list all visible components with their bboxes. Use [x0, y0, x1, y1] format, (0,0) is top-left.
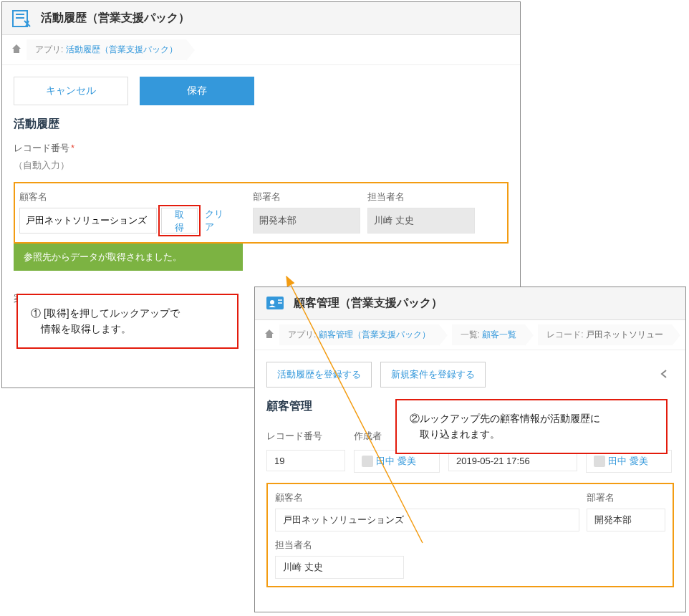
breadcrumb-item[interactable]: アプリ: 活動履歴（営業支援パック）	[26, 39, 186, 60]
avatar	[362, 456, 373, 467]
toolbar: キャンセル 保存	[2, 65, 520, 117]
customer-label: 顧客名	[275, 491, 579, 504]
contact-label: 担当者名	[275, 539, 404, 552]
cancel-button[interactable]: キャンセル	[14, 77, 128, 105]
customer-value: 戸田ネットソリューションズ	[275, 509, 579, 531]
contact-label: 担当者名	[367, 191, 475, 203]
lookup-highlight: 顧客名 取得 クリア 部署名 開発本部 担当者名 川崎 丈史	[14, 182, 509, 244]
required-mark: *	[71, 143, 74, 153]
register-case-button[interactable]: 新規案件を登録する	[380, 362, 486, 388]
dept-value: 開発本部	[587, 509, 665, 531]
record-no-value: 19	[266, 450, 345, 471]
home-icon[interactable]	[264, 328, 275, 342]
app-icon	[11, 7, 34, 30]
save-button[interactable]: 保存	[140, 77, 254, 105]
contact-value: 川崎 丈史	[275, 556, 404, 579]
window-title: 活動履歴（営業支援パック）	[41, 11, 190, 26]
breadcrumb-list[interactable]: 一覧: 顧客一覧	[452, 324, 526, 345]
dept-value: 開発本部	[253, 208, 360, 234]
register-activity-button[interactable]: 活動履歴を登録する	[266, 362, 372, 388]
window-header: 顧客管理（営業支援パック）	[255, 287, 685, 320]
lookup-button[interactable]: 取得	[161, 208, 198, 234]
callout-1: ① [取得]を押してルックアップで 情報を取得します。	[16, 294, 238, 349]
svg-point-4	[270, 300, 274, 304]
customer-label: 顧客名	[19, 191, 234, 203]
section-title: 活動履歴	[14, 117, 509, 132]
dept-label: 部署名	[587, 491, 665, 504]
dept-label: 部署名	[253, 191, 360, 203]
pager-prev-icon[interactable]	[654, 366, 674, 384]
window-title: 顧客管理（営業支援パック）	[294, 296, 443, 311]
success-toast: 参照先からデータが取得されました。	[14, 244, 243, 271]
app-icon	[264, 292, 286, 315]
record-no-label: レコード番号*	[14, 142, 509, 155]
avatar	[594, 456, 605, 467]
contact-value: 川崎 丈史	[367, 208, 475, 234]
sub-toolbar: 活動履歴を登録する 新規案件を登録する	[255, 350, 685, 399]
auto-input-text: （自動入力）	[14, 159, 509, 172]
breadcrumb-record[interactable]: レコード: 戸田ネットソリュー	[538, 324, 672, 345]
customer-input[interactable]	[19, 208, 157, 234]
breadcrumb: アプリ: 顧客管理（営業支援パック） 一覧: 顧客一覧 レコード: 戸田ネットソ…	[255, 320, 685, 350]
callout-2: ②ルックアップ先の顧客情報が活動履歴に 取り込まれます。	[395, 399, 668, 454]
home-icon[interactable]	[11, 43, 22, 57]
record-no-label: レコード番号	[266, 430, 345, 443]
breadcrumb: アプリ: 活動履歴（営業支援パック）	[2, 35, 520, 65]
window-header: 活動履歴（営業支援パック）	[2, 2, 520, 35]
clear-link[interactable]: クリア	[202, 208, 234, 234]
lookup-result-highlight: 顧客名 戸田ネットソリューションズ 部署名 開発本部 担当者名 川崎 丈史	[266, 483, 674, 587]
breadcrumb-app[interactable]: アプリ: 顧客管理（営業支援パック）	[279, 324, 439, 345]
